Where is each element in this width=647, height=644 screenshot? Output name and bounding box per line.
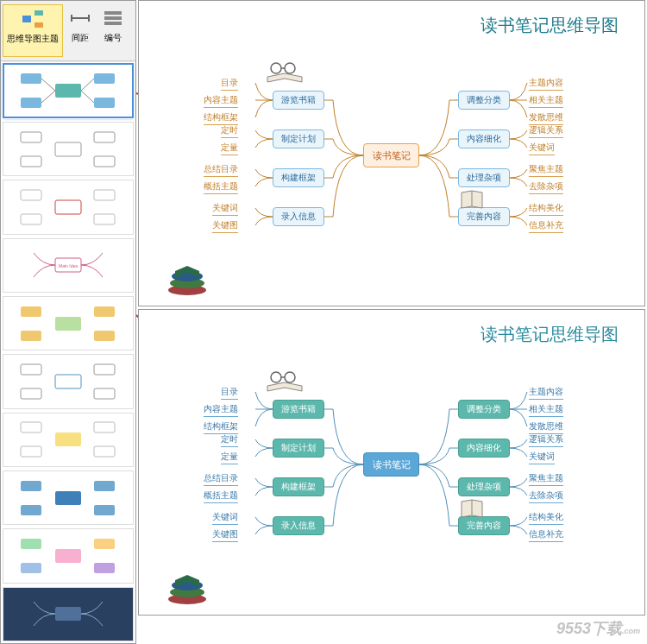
leaf[interactable]: 关键词: [529, 451, 555, 464]
branch-node[interactable]: 构建框架: [273, 168, 324, 187]
svg-rect-8: [21, 98, 41, 108]
leaf[interactable]: 结构框架: [204, 420, 238, 434]
svg-rect-2: [35, 22, 43, 28]
leaf[interactable]: 内容主题: [204, 403, 238, 417]
template-thumb[interactable]: [3, 63, 134, 118]
svg-rect-7: [21, 73, 41, 84]
notebook-icon: [458, 498, 486, 521]
ribbon-toolbar: 思维导图主题 间距 编号: [1, 1, 135, 61]
svg-point-57: [285, 372, 295, 382]
ribbon-number-button[interactable]: 编号: [97, 4, 129, 57]
branch-node[interactable]: 调整分类: [458, 91, 510, 110]
thumb-preview: [8, 414, 129, 465]
leaf[interactable]: 聚焦主题: [529, 472, 563, 486]
branch-node[interactable]: 录入信息: [273, 207, 324, 226]
template-thumb[interactable]: [3, 413, 134, 467]
svg-rect-30: [21, 388, 41, 399]
leaf[interactable]: 定时: [221, 124, 238, 138]
canvas-title: 读书笔记思维导图: [481, 323, 619, 346]
leaf[interactable]: 去除杂项: [529, 489, 563, 503]
ribbon-spacing-button[interactable]: 间距: [65, 4, 96, 57]
ribbon-label: 思维导图主题: [7, 33, 59, 45]
leaf[interactable]: 信息补充: [529, 528, 563, 542]
svg-rect-3: [104, 11, 122, 15]
leaf[interactable]: 结构美化: [529, 511, 563, 525]
branch-node[interactable]: 处理杂项: [458, 477, 510, 496]
svg-rect-35: [21, 446, 41, 457]
leaf[interactable]: 逻辑关系: [529, 124, 563, 138]
mindmap-1: 读书笔记 游览书籍 目录 内容主题 结构框架 制定计划 定时 定量 构建框架 总…: [156, 53, 631, 277]
branch-node[interactable]: 录入信息: [273, 516, 324, 535]
ribbon-label: 编号: [104, 32, 122, 44]
leaf[interactable]: 目录: [221, 77, 238, 91]
svg-rect-18: [21, 214, 41, 224]
svg-rect-36: [94, 422, 115, 432]
leaf[interactable]: 主题内容: [529, 386, 563, 400]
leaf[interactable]: 总结目录: [204, 163, 238, 177]
template-thumb[interactable]: [3, 180, 134, 234]
spacing-icon: [68, 6, 92, 30]
leaf[interactable]: 相关主题: [529, 403, 563, 417]
branch-node[interactable]: 游览书籍: [273, 400, 324, 419]
leaf[interactable]: 结构美化: [529, 202, 563, 216]
svg-rect-44: [21, 539, 41, 549]
leaf[interactable]: 结构框架: [204, 111, 238, 125]
thumb-preview: [8, 298, 129, 350]
canvas-title: 读书笔记思维导图: [481, 14, 619, 37]
branch-node[interactable]: 内容细化: [458, 129, 510, 148]
glasses-book-icon: [264, 60, 305, 84]
glasses-book-icon: [264, 369, 305, 393]
branch-node[interactable]: 构建框架: [273, 477, 324, 496]
branch-node[interactable]: 制定计划: [273, 129, 324, 148]
leaf[interactable]: 内容主题: [204, 94, 238, 108]
template-thumb[interactable]: [3, 470, 134, 525]
leaf[interactable]: 关键词: [212, 511, 238, 525]
template-list[interactable]: Main Idea: [1, 61, 135, 643]
leaf[interactable]: 关键图: [212, 528, 238, 542]
leaf[interactable]: 去除杂项: [529, 180, 563, 194]
leaf[interactable]: 定量: [221, 451, 238, 464]
svg-rect-13: [21, 156, 41, 167]
center-node[interactable]: 读书笔记: [363, 452, 419, 477]
leaf[interactable]: 信息补充: [529, 219, 563, 233]
leaf[interactable]: 关键图: [212, 219, 238, 233]
branch-node[interactable]: 处理杂项: [458, 168, 510, 187]
template-thumb[interactable]: [3, 587, 134, 641]
template-thumb[interactable]: Main Idea: [3, 238, 134, 293]
leaf[interactable]: 关键词: [529, 142, 555, 155]
template-thumb[interactable]: [3, 122, 134, 176]
leaf[interactable]: 目录: [221, 386, 238, 400]
leaf[interactable]: 概括主题: [204, 180, 238, 194]
branch-node[interactable]: 内容细化: [458, 439, 510, 458]
canvas-preview-1: 读书笔记思维导图 读书笔记 游览书籍 目录 内容主题 结构框架: [138, 0, 645, 306]
ribbon-theme-button[interactable]: 思维导图主题: [3, 4, 63, 57]
leaf[interactable]: 主题内容: [529, 77, 563, 91]
svg-rect-31: [94, 364, 115, 375]
svg-rect-47: [94, 563, 115, 573]
leaf[interactable]: 总结目录: [204, 472, 238, 486]
template-thumb[interactable]: [3, 354, 134, 408]
leaf[interactable]: 定时: [221, 433, 238, 447]
leaf[interactable]: 概括主题: [204, 489, 238, 503]
branch-node[interactable]: 调整分类: [458, 400, 510, 419]
svg-rect-0: [22, 16, 31, 22]
branch-node[interactable]: 制定计划: [273, 439, 324, 458]
svg-rect-40: [21, 505, 41, 515]
leaf[interactable]: 关键词: [212, 202, 238, 216]
svg-rect-45: [21, 563, 41, 573]
svg-rect-20: [94, 214, 115, 224]
template-thumb[interactable]: [3, 296, 134, 350]
thumb-preview: [8, 356, 129, 407]
mindmap-theme-icon: [21, 7, 45, 31]
leaf[interactable]: 发散思维: [529, 420, 563, 434]
leaf[interactable]: 相关主题: [529, 94, 563, 108]
center-node[interactable]: 读书笔记: [363, 143, 419, 167]
leaf[interactable]: 定量: [221, 142, 238, 155]
leaf[interactable]: 聚焦主题: [529, 163, 563, 177]
thumb-preview: [8, 588, 129, 640]
leaf[interactable]: 发散思维: [529, 111, 563, 125]
notebook-icon: [458, 189, 486, 212]
leaf[interactable]: 逻辑关系: [529, 433, 563, 447]
template-thumb[interactable]: [3, 528, 134, 583]
branch-node[interactable]: 游览书籍: [273, 91, 324, 110]
